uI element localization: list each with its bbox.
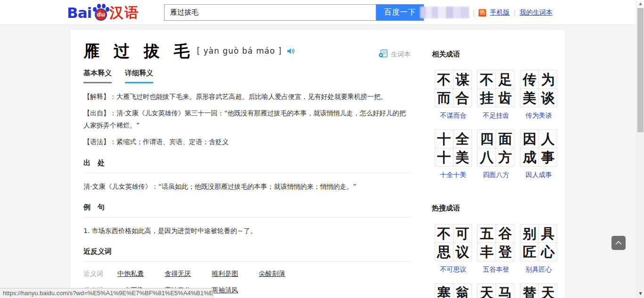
idiom-link[interactable]: 因人成事 [526, 171, 552, 179]
wordbook-add-icon [379, 49, 388, 59]
search-input[interactable] [164, 4, 376, 21]
idiom-link[interactable]: 四面八方 [483, 171, 509, 179]
logo-text-bai: Bai [67, 4, 91, 21]
page: Bai du 汉语 百度一下 | 热 手机版 | 我的生词本 雁 过 拔 毛 [… [0, 0, 644, 298]
speaker-icon[interactable] [286, 47, 295, 56]
idiom-card[interactable]: 五谷丰登 [477, 224, 514, 261]
content-card: 雁 过 拔 毛 [ yàn guò bá máo ] [70, 29, 566, 298]
header-links: | 热 手机版 | 我的生词本 [420, 0, 553, 25]
scrollbar-thumb[interactable] [637, 8, 644, 132]
blurred-username [420, 7, 469, 18]
idiom-unit: 替天行道 替天行道 [520, 283, 557, 298]
idiom-card[interactable]: 不谋而合 [435, 70, 472, 107]
definition-line: 【语法】：紧缩式；作谓语、宾语、定语；含贬义 [83, 136, 411, 148]
idiom-unit: 因人成事 因人成事 [520, 129, 557, 179]
idiom-unit: 天马行空 天马行空 [477, 283, 514, 298]
hot-idioms-heading: 热搜成语 [432, 204, 560, 213]
tab-detailed-definition[interactable]: 详细释义 [125, 69, 153, 83]
logo-text-du: du [95, 8, 107, 21]
tab-basic-definition[interactable]: 基本释义 [83, 69, 112, 83]
idiom-card[interactable]: 天马行空 [477, 283, 514, 298]
scrollbar-up-arrow[interactable]: ▲ [637, 0, 644, 8]
synonym-link[interactable]: 尖酸刻薄 [259, 270, 285, 278]
scrollbar-down-arrow[interactable]: ▼ [637, 290, 644, 298]
idiom-link[interactable]: 不谋而合 [440, 112, 466, 120]
idiom-link[interactable]: 十全十美 [440, 171, 466, 179]
idiom-unit: 传为美谈 传为美谈 [520, 70, 557, 120]
idiom-card[interactable]: 传为美谈 [520, 70, 557, 107]
related-idioms-heading: 相关成语 [432, 50, 560, 59]
antonym-link[interactable]: 两袖清风 [212, 286, 238, 295]
idiom-unit: 十全十美 十全十美 [435, 129, 472, 179]
section-heading-synonyms-antonyms: 近反义词 [83, 247, 411, 256]
synonym-row: 近义词 中饱私囊 贪得无厌 唯利是图 尖酸刻薄 [83, 270, 411, 278]
synonym-label: 近义词 [83, 270, 103, 278]
section-heading-source: 出 处 [83, 159, 411, 168]
hot-idioms-grid: 不可思议 不可思议 五谷丰登 五谷丰登 别具匠心 别具匠心 [432, 224, 560, 298]
divider [83, 261, 411, 262]
wordbook-button-label: 生词本 [391, 50, 411, 59]
example-text: 1. 市场东西价格如此高，是因为进货时中途被轮番的～了。 [83, 225, 411, 236]
divider [83, 217, 411, 217]
scrollbar[interactable]: ▲ ▼ [636, 0, 644, 298]
idiom-card[interactable]: 四面八方 [477, 129, 514, 167]
idiom-unit: 不足挂齿 不足挂齿 [477, 70, 514, 120]
mobile-version-link[interactable]: 手机版 [490, 8, 510, 17]
definition-tabs: 基本释义 详细释义 [83, 69, 411, 83]
idiom-card[interactable]: 别具匠心 [520, 224, 557, 261]
my-wordbook-link[interactable]: 我的生词本 [520, 8, 553, 17]
entry-title: 雁 过 拔 毛 [83, 41, 194, 61]
idiom-link[interactable]: 不足挂齿 [483, 112, 509, 120]
idiom-link[interactable]: 五谷丰登 [483, 266, 509, 274]
divider [83, 173, 411, 173]
pinyin: [ yàn guò bá máo ] [197, 46, 282, 56]
entry-column: 雁 过 拔 毛 [ yàn guò bá máo ] [83, 30, 411, 298]
definition-line: 【出自】：清·文康《儿女英雄传》第三十一回：“他既没有那雁过拔毛的本事，就该悄悄… [83, 107, 411, 131]
idiom-unit: 别具匠心 别具匠心 [520, 224, 557, 274]
status-bar-url: https://hanyu.baidu.com/s?wd=%E5%A1%9E%E… [0, 288, 213, 298]
idiom-card[interactable]: 塞翁失马 [435, 283, 472, 298]
idiom-unit: 不谋而合 不谋而合 [435, 70, 472, 120]
synonym-link[interactable]: 唯利是图 [212, 270, 238, 278]
sidebar: 相关成语 不谋而合 不谋而合 不足挂齿 不足挂齿 传为美谈 [432, 50, 560, 298]
idiom-card[interactable]: 不足挂齿 [477, 70, 514, 107]
idiom-card[interactable]: 替天行道 [520, 283, 557, 298]
synonym-link[interactable]: 贪得无厌 [165, 270, 191, 278]
idiom-unit: 不可思议 不可思议 [435, 224, 472, 274]
separator: | [513, 9, 516, 16]
idiom-link[interactable]: 不可思议 [440, 266, 466, 274]
idiom-link[interactable]: 传为美谈 [526, 112, 552, 120]
site-header: Bai du 汉语 百度一下 | 热 手机版 | 我的生词本 [0, 0, 636, 25]
back-to-top-button[interactable] [611, 236, 626, 250]
search-button[interactable]: 百度一下 [376, 4, 424, 21]
logo-text-hanyu: 汉语 [109, 4, 140, 21]
synonym-link[interactable]: 中饱私囊 [117, 270, 144, 278]
hot-badge-icon: 热 [479, 9, 486, 16]
add-to-wordbook-button[interactable]: 生词本 [379, 49, 411, 59]
idiom-card[interactable]: 十全十美 [435, 129, 472, 167]
definition-line: 【解释】：大雁飞过时也能拔下毛来。原形容武艺高超。后比喻人爱占便宜，见有好处就要… [83, 90, 411, 103]
idiom-card[interactable]: 因人成事 [520, 129, 557, 167]
idiom-unit: 五谷丰登 五谷丰登 [477, 224, 514, 274]
baidu-hanyu-logo[interactable]: Bai du 汉语 [67, 3, 140, 21]
chevron-up-icon [615, 241, 622, 245]
idiom-card[interactable]: 不可思议 [435, 224, 472, 261]
separator: | [473, 9, 475, 16]
section-heading-example: 例 句 [83, 203, 411, 212]
idiom-unit: 四面八方 四面八方 [477, 129, 514, 179]
baidu-paw-icon: du [92, 3, 109, 21]
idiom-unit: 塞翁失马 塞翁失马 [435, 283, 472, 298]
related-idioms-grid: 不谋而合 不谋而合 不足挂齿 不足挂齿 传为美谈 传为美谈 [432, 70, 560, 179]
idiom-link[interactable]: 别具匠心 [526, 266, 552, 274]
source-text: 清·文康《儿女英雄传》：“话虽如此；他既没那雁过拔毛的本事；就该悄悄的来；悄悄的… [83, 181, 411, 192]
definition-block: 【解释】：大雁飞过时也能拔下毛来。原形容武艺高超。后比喻人爱占便宜，见有好处就要… [83, 90, 411, 148]
